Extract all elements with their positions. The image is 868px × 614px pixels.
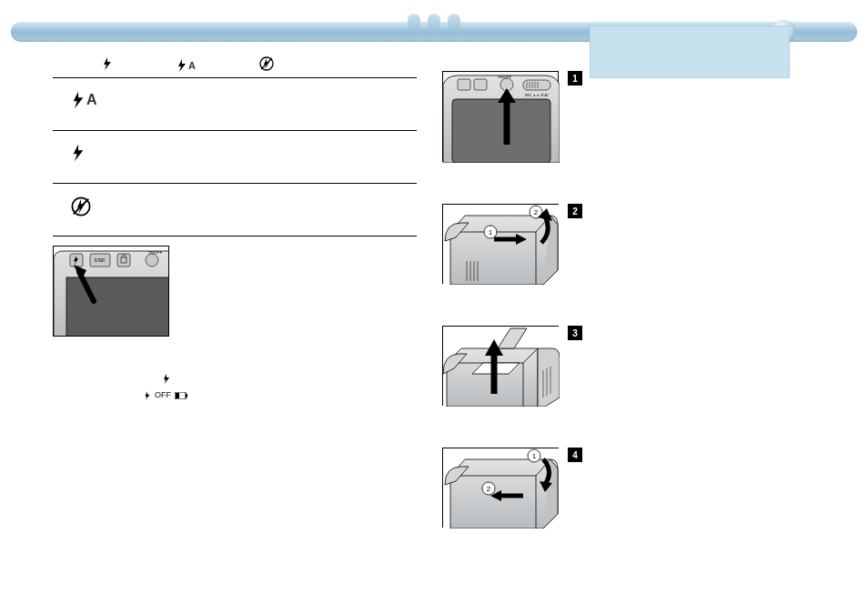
flash-row-text: The flash always fires. [116,144,417,154]
indicator-row [162,374,417,384]
svg-rect-17 [458,79,470,90]
battery-icon [175,392,187,399]
step-number: 2 [568,204,582,218]
note-line: The indicator shows OFF and battery stat… [53,402,417,416]
flash-row-off: The flash never fires. [53,184,417,237]
step-text: Slide the latch (1) and open the cover (… [591,204,815,214]
bolt-icon [144,391,151,400]
svg-text:ON/OFF: ON/OFF [498,75,512,79]
callout-text: Make sure the camera is off before openi… [598,32,769,50]
flash-row-text: The flash never fires. [116,196,417,206]
svg-text:REC ◄ ► PLAY: REC ◄ ► PLAY [525,94,550,97]
bolt-auto-icon: A [177,59,196,72]
svg-rect-16 [452,99,550,163]
step-3: 3 Remove the battery. [442,326,815,406]
svg-rect-15 [176,393,179,398]
step-number: 3 [568,326,582,340]
step-number: 1 [568,71,582,86]
svg-rect-8 [117,254,130,267]
flash-row-text: The flash fires automatically when requi… [116,91,417,101]
svg-rect-14 [186,394,187,398]
camera-top-illustration-left: DISP. ON/OFF [53,246,169,337]
camera-close-cover-illustration: 1 2 [442,448,559,528]
bolt-icon [162,374,171,384]
note-line: Press the flash button repeatedly to cyc… [53,355,417,368]
indicator-row: OFF [144,389,417,402]
svg-rect-18 [474,79,487,90]
step-number: 4 [568,448,582,462]
info-callout: Make sure the camera is off before openi… [590,25,790,78]
bolt-icon [71,144,116,162]
camera-remove-battery-illustration [442,326,559,406]
no-flash-icon [259,56,274,74]
step-4: 1 2 4 Close the cover (1) and slide the … [442,448,815,528]
no-flash-icon [71,196,116,216]
camera-power-illustration: ON/OFF REC ◄ ► PLAY [442,71,559,162]
flash-row-on: The flash always fires. [53,131,417,184]
svg-rect-5 [66,277,169,337]
svg-point-10 [146,254,158,267]
svg-text:1: 1 [532,452,537,460]
svg-text:ON/OFF: ON/OFF [148,250,163,255]
left-column: A A The flash fires automatically when r… [53,53,417,528]
binder-tabs [408,14,460,34]
flash-row-auto: A The flash fires automatically when req… [53,78,417,131]
bolt-icon [102,57,113,73]
svg-text:1: 1 [489,228,493,237]
svg-rect-21 [523,80,550,90]
flash-mode-icons-row: A [53,53,417,77]
off-label: OFF [155,389,171,402]
step-text: Remove the battery. [591,326,815,336]
svg-text:2: 2 [487,485,491,493]
bolt-auto-icon: A [71,91,116,109]
step-text: Close the cover (1) and slide the latch … [591,448,815,458]
right-column: Inserting the Battery ON/OFF REC ◄ ► PLA… [442,53,815,528]
svg-text:DISP.: DISP. [95,257,106,263]
camera-open-cover-illustration: 1 2 [442,204,559,284]
flash-notes: Press the flash button repeatedly to cyc… [53,355,417,416]
step-1: ON/OFF REC ◄ ► PLAY 1 Press ON/OFF to tu… [442,71,815,162]
step-2: 1 2 2 Slide the latch (1) and open the c… [442,204,815,284]
svg-text:2: 2 [534,208,539,216]
